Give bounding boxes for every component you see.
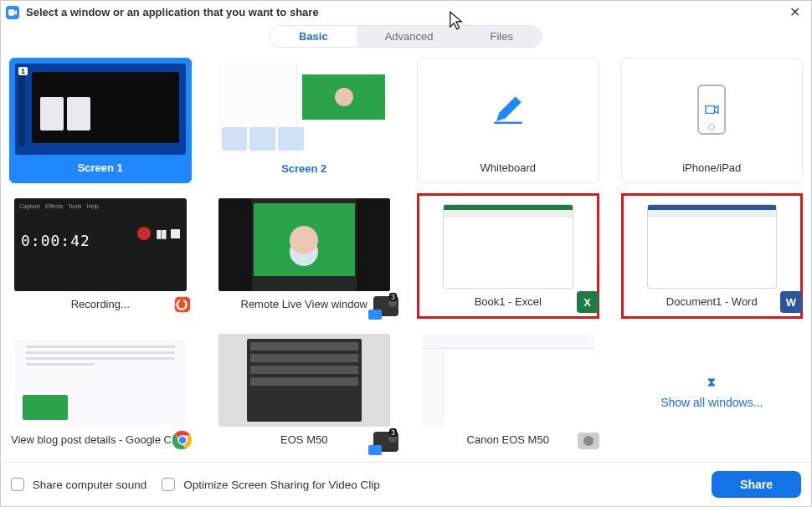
tab-advanced[interactable]: Advanced [357,26,462,47]
thumb-whiteboard [423,64,594,155]
tile-iphone-ipad[interactable]: iPhone/iPad [621,58,804,183]
footer: Share computer sound Optimize Screen Sha… [1,462,811,506]
tile-label: View blog post details - Google C... [9,427,192,454]
close-icon[interactable]: ✕ [786,4,803,20]
thumb-word [647,204,778,289]
camtasia-icon [172,294,193,315]
tab-strip: Basic Advanced Files [1,25,811,48]
collapse-icon: ⧗ [707,375,716,389]
tile-excel[interactable]: Book1 - Excel X [417,193,599,319]
checkbox-share-sound[interactable]: Share computer sound [11,478,146,491]
recording-time: 0:00:42 [21,232,90,249]
pencil-icon [491,92,526,127]
word-icon: W [780,291,802,313]
dialog-title: Select a window or an application that y… [26,6,319,18]
tile-label: Document1 - Word [624,289,801,316]
tile-label: Canon EOS M50 [417,427,599,454]
thumb-eos [218,334,391,427]
thumb-chrome [14,334,187,427]
tile-label: Recording... [9,291,192,319]
record-icon [137,227,151,240]
camera-monitor-icon: 3 [373,432,398,452]
dslr-icon [578,433,599,449]
tile-label: Whiteboard [418,155,599,182]
tile-screen-2[interactable]: 2 Screen 2 [213,58,396,183]
thumb-iphone [627,64,798,155]
checkbox-icon [11,478,24,491]
checkbox-label: Share computer sound [33,479,147,491]
camera-monitor-icon: 3 [373,296,398,316]
thumb-recording: CaptureEffectsToolsHelp 0:00:42 ▮▮ [14,198,187,291]
tile-canon-eos-m50[interactable]: Canon EOS M50 [417,329,599,454]
chrome-icon [172,429,193,451]
show-all-label: Show all windows... [660,396,763,409]
checkbox-icon [162,478,175,491]
tab-basic[interactable]: Basic [270,26,357,47]
tile-screen-1[interactable]: 1 Screen 1 [9,58,192,183]
excel-icon: X [577,291,599,313]
stop-icon [171,229,180,238]
thumb-explorer [422,334,594,427]
checkbox-optimize-video[interactable]: Optimize Screen Sharing for Video Clip [162,478,379,491]
tile-label: Screen 1 [10,155,191,182]
tile-label: Book1 - Excel [419,289,597,316]
tile-chrome[interactable]: View blog post details - Google C... [9,329,192,454]
share-grid: 1 Screen 1 2 Screen 2 Whiteboard [1,58,811,462]
tile-whiteboard[interactable]: Whiteboard [417,58,599,183]
tile-eos-m50[interactable]: EOS M50 3 [213,329,396,454]
tile-label: Screen 2 [213,156,396,183]
thumb-screen-1: 1 [15,64,186,155]
tab-files[interactable]: Files [462,26,542,47]
checkbox-label: Optimize Screen Sharing for Video Clip [183,479,380,491]
zoom-logo-icon [6,6,19,19]
tile-word[interactable]: Document1 - Word W [621,193,804,319]
tile-label: iPhone/iPad [622,155,803,182]
thumb-remote [218,198,391,291]
thumb-screen-2: 2 [218,63,391,156]
tile-show-all-windows[interactable]: ⧗ Show all windows... [621,329,804,454]
share-button[interactable]: Share [712,471,801,498]
titlebar: Select a window or an application that y… [1,1,811,23]
tile-recording[interactable]: CaptureEffectsToolsHelp 0:00:42 ▮▮ Recor… [9,193,192,319]
phone-icon [697,84,726,135]
screen-badge: 1 [18,67,28,75]
thumb-excel [443,204,573,289]
pause-icon: ▮▮ [156,227,166,240]
tile-remote-live-view[interactable]: Remote Live View window 3 [213,193,396,319]
